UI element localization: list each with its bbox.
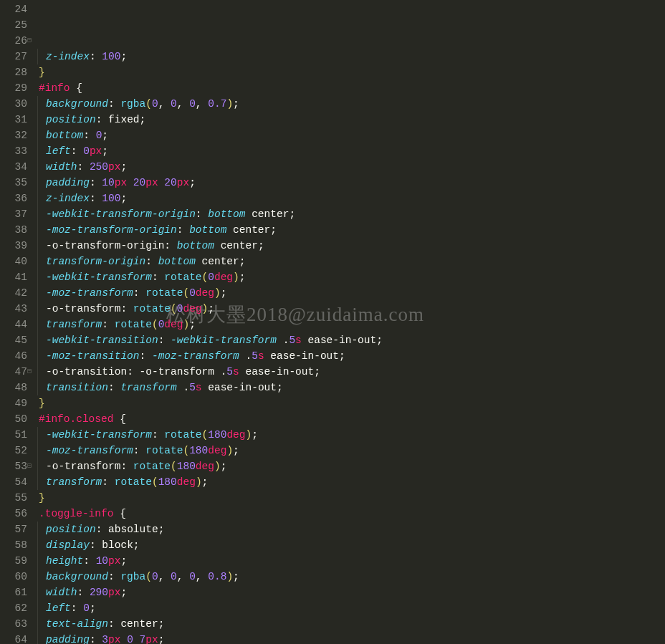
code-line[interactable]: -o-transition: -o-transform .5s ease-in-… xyxy=(32,364,665,380)
fold-indicator-icon[interactable]: ⊟ xyxy=(24,458,32,466)
token-sel: #info.closed xyxy=(39,413,113,425)
code-line[interactable]: z-index: 100; xyxy=(32,191,665,206)
token-punct: , xyxy=(177,98,189,110)
token-prop-i: -webkit-transform xyxy=(46,271,152,283)
token-kw: bottom xyxy=(189,224,226,236)
token-punct: ; xyxy=(239,271,246,283)
token-bracket: ) xyxy=(226,98,233,110)
token-num: 7 xyxy=(140,634,146,644)
indent-guide xyxy=(37,49,38,64)
indent-guide xyxy=(37,474,38,490)
token-unit: s xyxy=(196,382,202,393)
token-bracket: ( xyxy=(171,303,177,314)
code-line[interactable]: -webkit-transform-origin: bottom center; xyxy=(32,206,665,222)
code-line[interactable]: -webkit-transform: rotate(180deg); xyxy=(32,427,665,443)
token-num: 10 xyxy=(102,177,114,188)
code-line[interactable]: transition: transform .5s ease-in-out; xyxy=(32,380,665,395)
code-line[interactable]: background: rgba(0, 0, 0, 0.8); xyxy=(32,569,665,585)
token-unit: s xyxy=(233,366,239,378)
indent-guide xyxy=(37,175,38,191)
code-line[interactable]: #info.closed { xyxy=(32,411,665,427)
code-line[interactable]: height: 10px; xyxy=(32,553,665,569)
token-unit: px xyxy=(108,587,120,598)
token-punct: : xyxy=(71,602,83,614)
code-line[interactable]: transform: rotate(180deg); xyxy=(32,474,665,490)
line-number: 40 xyxy=(0,254,32,269)
token-num: 0 xyxy=(189,571,196,582)
line-number: 32 xyxy=(0,128,32,143)
indent-guide xyxy=(37,569,38,585)
code-line[interactable]: width: 250px; xyxy=(32,159,665,175)
token-curly: { xyxy=(120,508,126,519)
code-line[interactable]: left: 0px; xyxy=(32,143,665,159)
code-line[interactable]: -moz-transform: rotate(180deg); xyxy=(32,443,665,458)
token-prop-i: -webkit-transform-origin xyxy=(46,208,196,220)
token-call: rotate xyxy=(133,461,171,472)
token-punct: : xyxy=(90,177,102,188)
token-prop-i: width xyxy=(46,161,77,173)
code-line[interactable]: .toggle-info { xyxy=(32,506,665,522)
token-num: 0 xyxy=(171,98,177,110)
token-ident: -o-transform xyxy=(46,303,120,314)
token-punct: : xyxy=(90,634,102,644)
token-prop-i: position xyxy=(46,114,96,125)
code-line[interactable]: } xyxy=(32,64,665,80)
line-number: 53⊟ xyxy=(0,458,32,474)
code-line[interactable]: position: fixed; xyxy=(32,112,665,128)
token-bracket: ) xyxy=(226,445,233,456)
token-call: rgba xyxy=(120,571,145,582)
token-punct: : xyxy=(71,145,83,157)
code-line[interactable]: -o-transform: rotate(0deg); xyxy=(32,301,665,317)
code-line[interactable]: #info { xyxy=(32,80,665,96)
indent-guide xyxy=(37,632,38,644)
token-ident: . xyxy=(277,335,289,346)
fold-indicator-icon[interactable]: ⊟ xyxy=(24,364,32,371)
code-line[interactable]: text-align: center; xyxy=(32,616,665,632)
token-num: 180 xyxy=(158,476,177,488)
indent-guide xyxy=(37,317,38,332)
line-number: 59 xyxy=(0,553,32,569)
code-line[interactable]: -o-transform: rotate(180deg); xyxy=(32,458,665,474)
token-unit: px xyxy=(108,634,120,644)
code-line[interactable]: z-index: 100; xyxy=(32,49,665,64)
code-line[interactable]: bottom: 0; xyxy=(32,128,665,143)
fold-indicator-icon[interactable]: ⊟ xyxy=(24,33,32,40)
line-number: 37 xyxy=(0,206,32,222)
code-line[interactable]: position: absolute; xyxy=(32,522,665,537)
token-bracket: ( xyxy=(171,461,177,472)
code-line[interactable]: background: rgba(0, 0, 0, 0.7); xyxy=(32,96,665,112)
token-call: rotate xyxy=(145,445,183,456)
code-line[interactable]: -o-transform-origin: bottom center; xyxy=(32,238,665,254)
code-line[interactable]: width: 290px; xyxy=(32,585,665,600)
token-bracket: ( xyxy=(183,287,189,299)
token-prop-i: left xyxy=(46,145,71,157)
token-num: 0 xyxy=(83,145,90,157)
code-line[interactable]: display: block; xyxy=(32,537,665,553)
token-call: rotate xyxy=(164,271,201,283)
code-line[interactable]: -webkit-transform: rotate(0deg); xyxy=(32,269,665,285)
line-number: 38 xyxy=(0,222,32,238)
token-punct: ; xyxy=(120,193,127,204)
code-line[interactable]: -moz-transform: rotate(0deg); xyxy=(32,285,665,301)
code-line[interactable]: } xyxy=(32,490,665,506)
code-line[interactable]: -webkit-transition: -webkit-transform .5… xyxy=(32,332,665,348)
token-prop-i: -moz-transform xyxy=(152,350,239,362)
code-line[interactable]: -moz-transform-origin: bottom center; xyxy=(32,222,665,238)
code-line[interactable]: } xyxy=(32,395,665,411)
code-line[interactable]: padding: 3px 0 7px; xyxy=(32,632,665,644)
code-line[interactable]: left: 0; xyxy=(32,600,665,616)
token-bracket: } xyxy=(39,67,45,78)
token-num: 0 xyxy=(127,634,133,644)
token-punct: : xyxy=(145,256,158,267)
indent-guide xyxy=(37,522,38,537)
token-punct: : xyxy=(120,461,133,472)
token-num: 5 xyxy=(226,366,233,378)
code-editor[interactable]: 242526⊟272829303132333435363738394041424… xyxy=(0,0,665,644)
code-area[interactable]: 松树大墨2018@zuidaima.com z-index: 100;}#inf… xyxy=(32,0,665,644)
code-line[interactable]: transform-origin: bottom center; xyxy=(32,254,665,269)
code-line[interactable]: -moz-transition: -moz-transform .5s ease… xyxy=(32,348,665,364)
code-line[interactable]: padding: 10px 20px 20px; xyxy=(32,175,665,191)
code-line[interactable]: transform: rotate(0deg); xyxy=(32,317,665,332)
token-punct: ; xyxy=(258,240,264,251)
line-number: 48 xyxy=(0,380,32,395)
